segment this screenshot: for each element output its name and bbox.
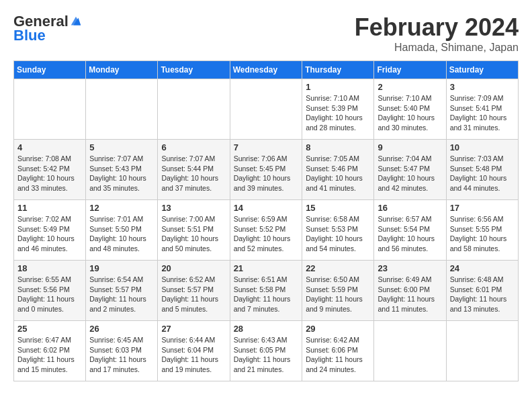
day-number: 5 xyxy=(89,142,154,152)
day-number: 23 xyxy=(378,263,442,273)
day-info: Sunrise: 6:44 AM Sunset: 6:04 PM Dayligh… xyxy=(161,335,226,375)
cell-content: 24Sunrise: 6:48 AM Sunset: 6:01 PM Dayli… xyxy=(450,263,515,314)
cell-content: 17Sunrise: 6:56 AM Sunset: 5:55 PM Dayli… xyxy=(450,203,515,254)
day-number: 7 xyxy=(234,142,299,152)
day-number: 8 xyxy=(306,142,370,152)
calendar-cell: 9Sunrise: 7:04 AM Sunset: 5:47 PM Daylig… xyxy=(374,140,446,200)
day-info: Sunrise: 7:02 AM Sunset: 5:49 PM Dayligh… xyxy=(17,214,82,254)
day-number: 10 xyxy=(450,142,515,152)
day-number: 12 xyxy=(89,203,154,213)
day-number: 18 xyxy=(17,263,82,273)
day-info: Sunrise: 6:57 AM Sunset: 5:54 PM Dayligh… xyxy=(378,214,442,254)
cell-content: 6Sunrise: 7:07 AM Sunset: 5:44 PM Daylig… xyxy=(161,142,226,193)
calendar-cell: 13Sunrise: 7:00 AM Sunset: 5:51 PM Dayli… xyxy=(158,200,230,261)
day-info: Sunrise: 7:08 AM Sunset: 5:42 PM Dayligh… xyxy=(17,154,82,193)
calendar-cell: 29Sunrise: 6:42 AM Sunset: 6:06 PM Dayli… xyxy=(302,321,374,381)
calendar-cell xyxy=(374,321,446,381)
cell-content: 26Sunrise: 6:45 AM Sunset: 6:03 PM Dayli… xyxy=(89,324,154,375)
cell-content: 14Sunrise: 6:59 AM Sunset: 5:52 PM Dayli… xyxy=(234,203,299,254)
day-info: Sunrise: 6:43 AM Sunset: 6:05 PM Dayligh… xyxy=(234,335,299,375)
day-info: Sunrise: 7:10 AM Sunset: 5:40 PM Dayligh… xyxy=(378,93,442,133)
day-info: Sunrise: 6:48 AM Sunset: 6:01 PM Dayligh… xyxy=(450,275,515,314)
cell-content: 9Sunrise: 7:04 AM Sunset: 5:47 PM Daylig… xyxy=(378,142,442,193)
cell-content: 5Sunrise: 7:07 AM Sunset: 5:43 PM Daylig… xyxy=(89,142,154,193)
calendar-cell: 6Sunrise: 7:07 AM Sunset: 5:44 PM Daylig… xyxy=(158,140,230,200)
cell-content: 2Sunrise: 7:10 AM Sunset: 5:40 PM Daylig… xyxy=(378,82,442,133)
cell-content: 4Sunrise: 7:08 AM Sunset: 5:42 PM Daylig… xyxy=(17,142,82,193)
cell-content: 3Sunrise: 7:09 AM Sunset: 5:41 PM Daylig… xyxy=(450,82,515,133)
calendar-cell: 7Sunrise: 7:06 AM Sunset: 5:45 PM Daylig… xyxy=(230,140,302,200)
day-number: 13 xyxy=(161,203,226,213)
day-info: Sunrise: 6:45 AM Sunset: 6:03 PM Dayligh… xyxy=(89,335,154,375)
weekday-header-cell: Sunday xyxy=(14,61,86,79)
day-number: 19 xyxy=(89,263,154,273)
calendar-cell: 22Sunrise: 6:50 AM Sunset: 5:59 PM Dayli… xyxy=(302,261,374,321)
day-number: 14 xyxy=(234,203,299,213)
day-number: 24 xyxy=(450,263,515,273)
calendar-cell: 11Sunrise: 7:02 AM Sunset: 5:49 PM Dayli… xyxy=(14,200,86,261)
calendar-cell: 3Sunrise: 7:09 AM Sunset: 5:41 PM Daylig… xyxy=(446,79,518,140)
calendar-cell xyxy=(158,79,230,140)
day-number: 9 xyxy=(378,142,442,152)
day-info: Sunrise: 6:55 AM Sunset: 5:56 PM Dayligh… xyxy=(17,275,82,314)
day-info: Sunrise: 7:09 AM Sunset: 5:41 PM Dayligh… xyxy=(450,93,515,133)
calendar-cell: 14Sunrise: 6:59 AM Sunset: 5:52 PM Dayli… xyxy=(230,200,302,261)
day-info: Sunrise: 7:06 AM Sunset: 5:45 PM Dayligh… xyxy=(234,154,299,193)
calendar-cell: 21Sunrise: 6:51 AM Sunset: 5:58 PM Dayli… xyxy=(230,261,302,321)
cell-content: 12Sunrise: 7:01 AM Sunset: 5:50 PM Dayli… xyxy=(89,203,154,254)
day-number: 22 xyxy=(306,263,370,273)
cell-content: 23Sunrise: 6:49 AM Sunset: 6:00 PM Dayli… xyxy=(378,263,442,314)
day-info: Sunrise: 6:59 AM Sunset: 5:52 PM Dayligh… xyxy=(234,214,299,254)
weekday-header-cell: Saturday xyxy=(446,61,518,79)
logo-icon xyxy=(70,15,82,28)
calendar-cell: 12Sunrise: 7:01 AM Sunset: 5:50 PM Dayli… xyxy=(86,200,158,261)
calendar-week-row: 4Sunrise: 7:08 AM Sunset: 5:42 PM Daylig… xyxy=(14,140,519,200)
day-info: Sunrise: 6:42 AM Sunset: 6:06 PM Dayligh… xyxy=(306,335,370,375)
page-header: General Blue February 2024 Hamada, Shima… xyxy=(13,13,519,54)
cell-content: 16Sunrise: 6:57 AM Sunset: 5:54 PM Dayli… xyxy=(378,203,442,254)
cell-content: 25Sunrise: 6:47 AM Sunset: 6:02 PM Dayli… xyxy=(17,324,82,375)
day-number: 21 xyxy=(234,263,299,273)
day-number: 15 xyxy=(306,203,370,213)
calendar-table: SundayMondayTuesdayWednesdayThursdayFrid… xyxy=(13,60,519,381)
weekday-header-cell: Tuesday xyxy=(158,61,230,79)
day-info: Sunrise: 6:51 AM Sunset: 5:58 PM Dayligh… xyxy=(234,275,299,314)
calendar-cell: 17Sunrise: 6:56 AM Sunset: 5:55 PM Dayli… xyxy=(446,200,518,261)
weekday-header-cell: Wednesday xyxy=(230,61,302,79)
day-info: Sunrise: 7:04 AM Sunset: 5:47 PM Dayligh… xyxy=(378,154,442,193)
calendar-week-row: 25Sunrise: 6:47 AM Sunset: 6:02 PM Dayli… xyxy=(14,321,519,381)
calendar-body: 1Sunrise: 7:10 AM Sunset: 5:39 PM Daylig… xyxy=(14,79,519,381)
calendar-cell: 5Sunrise: 7:07 AM Sunset: 5:43 PM Daylig… xyxy=(86,140,158,200)
calendar-cell: 26Sunrise: 6:45 AM Sunset: 6:03 PM Dayli… xyxy=(86,321,158,381)
calendar-cell: 27Sunrise: 6:44 AM Sunset: 6:04 PM Dayli… xyxy=(158,321,230,381)
weekday-header-cell: Thursday xyxy=(302,61,374,79)
calendar-week-row: 1Sunrise: 7:10 AM Sunset: 5:39 PM Daylig… xyxy=(14,79,519,140)
title-section: February 2024 Hamada, Shimane, Japan xyxy=(355,13,519,54)
calendar-cell: 8Sunrise: 7:05 AM Sunset: 5:46 PM Daylig… xyxy=(302,140,374,200)
calendar-cell: 2Sunrise: 7:10 AM Sunset: 5:40 PM Daylig… xyxy=(374,79,446,140)
cell-content: 7Sunrise: 7:06 AM Sunset: 5:45 PM Daylig… xyxy=(234,142,299,193)
calendar-cell: 25Sunrise: 6:47 AM Sunset: 6:02 PM Dayli… xyxy=(14,321,86,381)
cell-content: 21Sunrise: 6:51 AM Sunset: 5:58 PM Dayli… xyxy=(234,263,299,314)
cell-content: 10Sunrise: 7:03 AM Sunset: 5:48 PM Dayli… xyxy=(450,142,515,193)
day-info: Sunrise: 7:07 AM Sunset: 5:43 PM Dayligh… xyxy=(89,154,154,193)
weekday-header-cell: Monday xyxy=(86,61,158,79)
day-number: 20 xyxy=(161,263,226,273)
cell-content: 29Sunrise: 6:42 AM Sunset: 6:06 PM Dayli… xyxy=(306,324,370,375)
day-number: 16 xyxy=(378,203,442,213)
day-number: 11 xyxy=(17,203,82,213)
cell-content: 13Sunrise: 7:00 AM Sunset: 5:51 PM Dayli… xyxy=(161,203,226,254)
day-info: Sunrise: 6:56 AM Sunset: 5:55 PM Dayligh… xyxy=(450,214,515,254)
cell-content: 27Sunrise: 6:44 AM Sunset: 6:04 PM Dayli… xyxy=(161,324,226,375)
day-number: 28 xyxy=(234,324,299,334)
day-info: Sunrise: 7:00 AM Sunset: 5:51 PM Dayligh… xyxy=(161,214,226,254)
day-info: Sunrise: 6:52 AM Sunset: 5:57 PM Dayligh… xyxy=(161,275,226,314)
day-number: 26 xyxy=(89,324,154,334)
cell-content: 11Sunrise: 7:02 AM Sunset: 5:49 PM Dayli… xyxy=(17,203,82,254)
calendar-cell xyxy=(446,321,518,381)
calendar-cell xyxy=(14,79,86,140)
day-number: 3 xyxy=(450,82,515,92)
weekday-header-row: SundayMondayTuesdayWednesdayThursdayFrid… xyxy=(14,61,519,79)
cell-content: 15Sunrise: 6:58 AM Sunset: 5:53 PM Dayli… xyxy=(306,203,370,254)
day-info: Sunrise: 6:58 AM Sunset: 5:53 PM Dayligh… xyxy=(306,214,370,254)
